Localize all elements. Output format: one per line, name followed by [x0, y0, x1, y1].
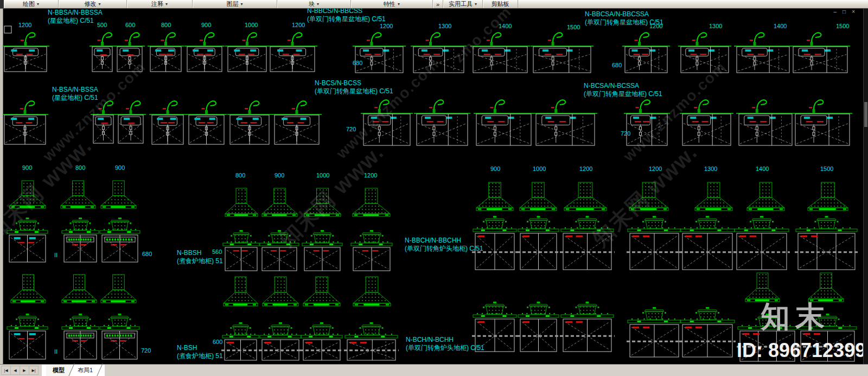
sink-cabinet-drawing[interactable]: [148, 33, 184, 72]
range-hood-drawing[interactable]: [263, 277, 298, 306]
range-hood-drawing[interactable]: [225, 188, 258, 216]
dimension-label[interactable]: 1300: [704, 165, 717, 172]
dimension-label[interactable]: 1300: [438, 23, 451, 29]
corner-sink-cabinet-drawing[interactable]: [353, 33, 406, 73]
dimension-label[interactable]: 680: [142, 251, 152, 257]
dimension-label[interactable]: 1200: [292, 22, 305, 28]
sink-cabinet-drawing[interactable]: [149, 101, 186, 144]
range-hood-drawing[interactable]: [808, 182, 848, 211]
dimension-label[interactable]: 1200: [364, 172, 377, 179]
dimension-label[interactable]: 1000: [533, 165, 546, 172]
block-title-label[interactable]: N-BCSA/N-BCSSA(单双门转角星盆地柜) C/51: [584, 82, 662, 98]
next-layout-button[interactable]: ▶: [20, 366, 29, 375]
menu-item-annotate[interactable]: 注释▾: [127, 0, 193, 8]
dimension-label[interactable]: 1200: [380, 23, 393, 29]
menu-item-clipboard[interactable]: 剪贴板: [483, 0, 518, 8]
block-title-label[interactable]: N-BSH(煮食炉地柜) 51: [177, 344, 223, 360]
stove-cabinet-drawing[interactable]: [223, 230, 259, 271]
range-hood-drawing[interactable]: [101, 275, 136, 303]
dimension-label[interactable]: 1200: [649, 165, 662, 172]
range-hood-drawing[interactable]: [747, 182, 784, 211]
dimension-label[interactable]: 1300: [709, 23, 722, 29]
sink-cabinet-drawing[interactable]: [90, 33, 115, 72]
range-hood-drawing[interactable]: [520, 182, 557, 211]
dimension-label[interactable]: 560: [212, 248, 222, 255]
dimension-label[interactable]: 720: [141, 347, 151, 354]
dimension-label[interactable]: 1400: [756, 165, 769, 172]
dimension-label[interactable]: 900: [275, 172, 284, 179]
menu-item-draw[interactable]: 绘图▾: [4, 0, 59, 8]
dimension-label[interactable]: 900: [115, 164, 125, 171]
stove-cabinet-drawing[interactable]: [62, 218, 99, 262]
sink-cabinet-drawing[interactable]: [2, 101, 48, 144]
dimension-label[interactable]: 1400: [499, 23, 512, 29]
dimension-label[interactable]: 900: [490, 165, 500, 172]
dimension-label[interactable]: 900: [22, 164, 32, 171]
stove-cabinet-drawing[interactable]: [679, 216, 736, 270]
sink-cabinet-drawing[interactable]: [267, 33, 317, 72]
stove-cabinet-drawing[interactable]: [351, 230, 392, 271]
dimension-label[interactable]: 1400: [774, 23, 787, 29]
first-layout-button[interactable]: |◀: [1, 366, 10, 375]
tab-layout1[interactable]: 布局1: [71, 365, 99, 376]
menu-item-overflow-chevron[interactable]: »: [433, 0, 443, 8]
stove-cabinet-drawing[interactable]: [517, 216, 560, 270]
dimension-label[interactable]: 1000: [245, 22, 258, 28]
corner-sink-cabinet-drawing[interactable]: [474, 100, 534, 145]
range-hood-drawing[interactable]: [61, 181, 95, 208]
block-title-label[interactable]: N-BSA/N-BSSA(星盆地柜) C/51: [52, 86, 98, 102]
block-title-label[interactable]: N-BBSA/N-BBSSA(星盆地柜) C/51: [48, 9, 103, 25]
dimension-label[interactable]: 720: [621, 130, 630, 137]
dimension-label[interactable]: 900: [201, 22, 211, 28]
sink-cabinet-drawing[interactable]: [116, 101, 146, 143]
dimension-label[interactable]: 600: [125, 22, 135, 28]
dimension-label[interactable]: 1200: [649, 23, 662, 29]
stove-cabinet-drawing[interactable]: [62, 314, 99, 359]
range-hood-drawing[interactable]: [353, 188, 390, 216]
menu-item-modify[interactable]: 修改▾: [59, 0, 127, 8]
dimension-label[interactable]: 1500: [836, 23, 849, 29]
menu-item-properties[interactable]: 特性▾: [351, 0, 433, 8]
prev-layout-button[interactable]: ◀: [10, 366, 20, 375]
menu-item-utilities[interactable]: 实用工具▾: [443, 0, 483, 8]
stove-cabinet-drawing[interactable]: [7, 314, 48, 359]
corner-sink-cabinet-drawing[interactable]: [622, 33, 670, 73]
range-hood-drawing[interactable]: [353, 277, 391, 306]
corner-sink-cabinet-drawing[interactable]: [533, 100, 597, 145]
range-hood-drawing[interactable]: [695, 182, 732, 211]
corner-sink-cabinet-drawing[interactable]: [736, 100, 795, 145]
stove-cabinet-drawing[interactable]: [100, 314, 139, 359]
dimension-label[interactable]: 680: [612, 62, 622, 68]
right-scrollbar[interactable]: [863, 9, 868, 365]
last-layout-button[interactable]: ▶|: [29, 366, 39, 375]
dimension-label[interactable]: 680: [353, 60, 362, 66]
range-hood-drawing[interactable]: [303, 277, 340, 306]
stove-cabinet-drawing[interactable]: [627, 307, 682, 357]
block-title-label[interactable]: N-BCS/N-BCSS(单双门转角星盆地柜) C/51: [315, 79, 393, 95]
sink-cabinet-drawing[interactable]: [2, 33, 49, 72]
stove-cabinet-drawing[interactable]: [300, 322, 343, 360]
stove-cabinet-drawing[interactable]: [679, 307, 736, 357]
stove-cabinet-drawing[interactable]: [344, 322, 399, 360]
block-title-label[interactable]: N-BBCH/N-BBCHH(单双门转角炉头地柜) C/51: [405, 237, 483, 253]
dimension-label[interactable]: 1200: [579, 165, 592, 172]
minimize-button[interactable]: –: [834, 9, 837, 15]
sink-cabinet-drawing[interactable]: [184, 33, 225, 72]
dimension-label[interactable]: II: [54, 348, 58, 355]
maximize-button[interactable]: □: [843, 9, 846, 15]
dimension-label[interactable]: 1500: [567, 24, 580, 30]
dimension-label[interactable]: 800: [75, 164, 85, 171]
range-hood-drawing[interactable]: [564, 182, 607, 211]
stove-cabinet-drawing[interactable]: [733, 216, 790, 270]
dimension-label[interactable]: 1000: [316, 172, 329, 179]
stove-cabinet-drawing[interactable]: [100, 218, 140, 262]
range-hood-drawing[interactable]: [745, 273, 780, 302]
stove-cabinet-drawing[interactable]: [517, 302, 560, 352]
block-title-label[interactable]: N-BCH/N-BCHH(单双门转角炉头地柜) C/51: [406, 336, 484, 352]
range-hood-drawing[interactable]: [808, 273, 844, 302]
range-hood-drawing[interactable]: [11, 275, 46, 303]
stove-cabinet-drawing[interactable]: [795, 216, 858, 270]
dimension-label[interactable]: 800: [235, 172, 245, 179]
tab-model[interactable]: 模型: [46, 365, 71, 376]
scrollbar-thumb[interactable]: [864, 102, 867, 127]
